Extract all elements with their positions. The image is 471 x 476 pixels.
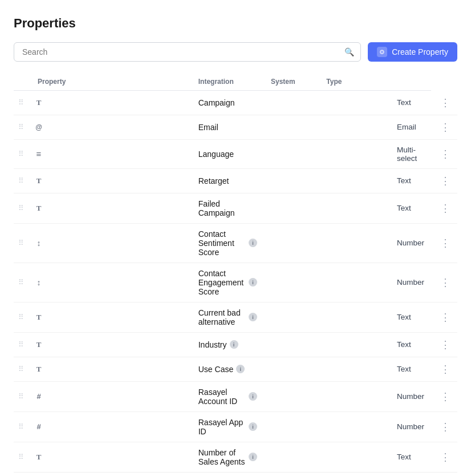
drag-handle[interactable]: ⠿: [14, 115, 31, 139]
more-options-button[interactable]: ⋮: [438, 121, 453, 134]
table-row: ⠿≡LanguageMulti-select⋮: [14, 139, 457, 168]
property-type: Text: [390, 442, 431, 472]
property-type: Text: [390, 302, 431, 332]
row-icon: ≡: [33, 148, 44, 160]
info-icon[interactable]: i: [249, 278, 257, 287]
property-name: Failed Campaign: [198, 199, 257, 217]
drag-handle[interactable]: ⠿: [14, 412, 31, 442]
property-name-cell: Use Casei: [192, 357, 264, 381]
property-system: [319, 168, 390, 193]
property-type: Number: [390, 381, 431, 412]
row-icon: @: [33, 122, 44, 133]
more-options-button[interactable]: ⋮: [438, 451, 453, 463]
create-property-icon: ⚙: [377, 47, 387, 57]
drag-handle[interactable]: ⠿: [14, 193, 31, 223]
property-name-cell: Contact Engagement Scorei: [192, 263, 264, 302]
property-actions: ⋮: [431, 472, 457, 476]
property-system: [319, 442, 390, 472]
property-type-icon: ≡: [31, 139, 192, 168]
more-options-button[interactable]: ⋮: [438, 175, 453, 187]
create-property-button[interactable]: ⚙ Create Property: [368, 42, 457, 62]
more-options-button[interactable]: ⋮: [438, 363, 453, 376]
property-type-icon: T: [31, 472, 192, 476]
table-row: ⠿TFailed CampaignText⋮: [14, 193, 457, 223]
row-icon: #: [33, 421, 44, 433]
property-type-icon: T: [31, 302, 192, 332]
drag-handle[interactable]: ⠿: [14, 91, 31, 115]
more-options-button[interactable]: ⋮: [438, 276, 453, 289]
info-icon[interactable]: i: [249, 392, 257, 401]
property-name-cell: Rasayel App IDi: [192, 412, 264, 442]
more-options-button[interactable]: ⋮: [438, 237, 453, 249]
table-row: ⠿↕Contact Sentiment ScoreiNumber⋮: [14, 223, 457, 263]
drag-handle[interactable]: ⠿: [14, 472, 31, 476]
row-icon: T: [33, 175, 44, 187]
more-options-button[interactable]: ⋮: [438, 338, 453, 351]
row-icon: #: [33, 391, 44, 402]
col-header-system: System: [264, 73, 319, 91]
table-row: ⠿TCampaignText⋮: [14, 91, 457, 115]
property-name-cell: Email: [192, 115, 264, 139]
property-name: Contact Engagement Score: [198, 269, 246, 296]
drag-handle[interactable]: ⠿: [14, 381, 31, 412]
property-integration: [264, 223, 319, 263]
property-integration: [264, 332, 319, 357]
property-type-icon: T: [31, 442, 192, 472]
table-header-row: Property Integration System Type: [14, 73, 457, 91]
more-options-button[interactable]: ⋮: [438, 148, 453, 160]
drag-handle[interactable]: ⠿: [14, 357, 31, 381]
search-input[interactable]: [14, 42, 361, 62]
property-name: Number of Sales Agents: [198, 448, 246, 466]
property-type-icon: ↕: [31, 263, 192, 302]
drag-handle[interactable]: ⠿: [14, 263, 31, 302]
property-system: [319, 91, 390, 115]
drag-handle[interactable]: ⠿: [14, 302, 31, 332]
row-icon: T: [33, 339, 44, 350]
col-header-drag: [14, 73, 31, 91]
property-name-cell: Number of Sales Agentsi: [192, 442, 264, 472]
col-header-property: Property: [31, 73, 192, 91]
property-actions: ⋮: [431, 442, 457, 472]
property-actions: ⋮: [431, 193, 457, 223]
table-row: ⠿#Rasayel Account IDiNumber⋮: [14, 381, 457, 412]
property-actions: ⋮: [431, 357, 457, 381]
property-type: Number: [390, 223, 431, 263]
property-system: [319, 302, 390, 332]
more-options-button[interactable]: ⋮: [438, 202, 453, 215]
row-icon: T: [33, 312, 44, 323]
property-integration: [264, 442, 319, 472]
property-system: [319, 139, 390, 168]
property-system: [319, 412, 390, 442]
more-options-button[interactable]: ⋮: [438, 311, 453, 324]
more-options-button[interactable]: ⋮: [438, 96, 453, 109]
more-options-button[interactable]: ⋮: [438, 390, 453, 403]
drag-handle[interactable]: ⠿: [14, 139, 31, 168]
property-name: Campaign: [198, 98, 235, 107]
info-icon[interactable]: i: [249, 313, 257, 321]
info-icon[interactable]: i: [249, 453, 257, 461]
toolbar: 🔍 ⚙ Create Property: [14, 42, 457, 62]
property-type-icon: T: [31, 332, 192, 357]
property-type: Text: [390, 168, 431, 193]
property-type-icon: @: [31, 115, 192, 139]
info-icon[interactable]: i: [236, 365, 245, 373]
property-type-icon: T: [31, 168, 192, 193]
property-type: Multi-select: [390, 139, 431, 168]
property-type-icon: T: [31, 357, 192, 381]
drag-handle[interactable]: ⠿: [14, 168, 31, 193]
info-icon[interactable]: i: [230, 340, 238, 349]
drag-handle[interactable]: ⠿: [14, 223, 31, 263]
col-header-type: Type: [319, 73, 390, 91]
property-actions: ⋮: [431, 381, 457, 412]
info-icon[interactable]: i: [249, 239, 257, 247]
property-name-cell: Failed Campaign: [192, 193, 264, 223]
property-name: Industry: [198, 340, 227, 349]
drag-handle[interactable]: ⠿: [14, 332, 31, 357]
table-row: ⠿TGeographical RegioniText⋮: [14, 472, 457, 476]
drag-handle[interactable]: ⠿: [14, 442, 31, 472]
property-name-cell: Current bad alternativei: [192, 302, 264, 332]
more-options-button[interactable]: ⋮: [438, 421, 453, 433]
info-icon[interactable]: i: [249, 422, 257, 431]
property-system: [319, 381, 390, 412]
property-actions: ⋮: [431, 115, 457, 139]
